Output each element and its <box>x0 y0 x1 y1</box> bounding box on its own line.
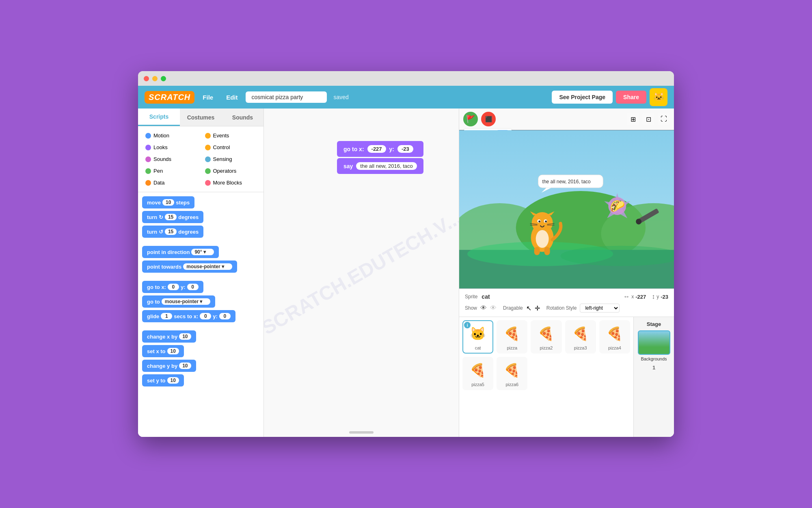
stage-bg-thumbnail[interactable] <box>638 330 670 355</box>
block-change-y[interactable]: change y by 10 <box>142 360 196 372</box>
sprite-card-cat[interactable]: i 🐱 cat <box>462 320 493 354</box>
sprite-label-pizza: pizza <box>507 345 517 350</box>
svg-point-13 <box>538 220 540 222</box>
green-flag-button[interactable]: 🚩 <box>463 112 478 126</box>
block-go-to[interactable]: go to mouse-pointer ▾ <box>142 295 215 308</box>
tab-costumes[interactable]: Costumes <box>180 109 222 126</box>
block-set-x[interactable]: set x to 10 <box>142 345 184 357</box>
drag-arrow-icon[interactable]: ↖ <box>526 304 531 312</box>
minimize-button[interactable] <box>152 76 158 81</box>
sprite-card-pizza4[interactable]: 🍕 pizza4 <box>599 320 630 354</box>
svg-text:🌮: 🌮 <box>610 199 625 213</box>
left-panel: Scripts Costumes Sounds Motion Events Lo… <box>138 109 264 437</box>
script-block-container: go to x: -227 y: -23 say the all new, 20… <box>337 141 423 175</box>
rotation-style-select[interactable]: left-right all-around don't rotate <box>580 304 620 313</box>
x-coord-label: x <box>631 294 634 300</box>
svg-rect-20 <box>544 247 550 255</box>
tab-scripts[interactable]: Scripts <box>138 109 180 126</box>
watermark: SCRATCH.EDUTECH.V... <box>264 206 459 339</box>
close-button[interactable] <box>144 76 149 81</box>
block-point-direction[interactable]: point in direction 90° ▾ <box>142 246 219 258</box>
sprite-label-pizza5: pizza5 <box>471 382 484 387</box>
project-title-input[interactable] <box>246 91 327 103</box>
category-sounds[interactable]: Sounds <box>142 154 200 164</box>
category-data-label: Data <box>153 180 164 186</box>
sprite-label-pizza3: pizza3 <box>574 345 587 350</box>
sprite-card-pizza[interactable]: 🍕 pizza <box>497 320 527 354</box>
y-coord-label: y <box>657 294 659 300</box>
sprite-stage-area: i 🐱 cat 🍕 pizza 🍕 pizza2 <box>459 317 674 437</box>
category-sensing[interactable]: Sensing <box>202 154 260 164</box>
sprite-label-pizza4: pizza4 <box>608 345 621 350</box>
block-point-towards[interactable]: point towards mouse-pointer ▾ <box>142 261 237 273</box>
edit-menu[interactable]: Edit <box>221 91 242 103</box>
svg-point-14 <box>545 220 547 222</box>
block-turn-ccw[interactable]: turn ↺ 15 degrees <box>142 226 203 238</box>
sprite-label-pizza6: pizza6 <box>505 382 518 387</box>
sprite-card-pizza6[interactable]: 🍕 pizza6 <box>497 357 527 390</box>
category-motion[interactable]: Motion <box>142 130 200 141</box>
category-sounds-label: Sounds <box>153 156 171 162</box>
category-sensing-label: Sensing <box>213 156 232 162</box>
sprite-label-cat: cat <box>475 345 481 350</box>
category-events-label: Events <box>213 132 229 139</box>
stage-container: 🚩 ⬛ ⊞ ⊡ ⛶ cat: y position -23 cat: x pos… <box>459 109 674 289</box>
sprite-card-pizza2[interactable]: 🍕 pizza2 <box>531 320 561 354</box>
block-change-x[interactable]: change x by 10 <box>142 330 196 343</box>
script-block-goto[interactable]: go to x: -227 y: -23 <box>337 141 423 157</box>
script-editor[interactable]: SCRATCH.EDUTECH.V... go to x: -227 y: -2… <box>264 109 459 437</box>
category-more-blocks-label: More Blocks <box>213 180 242 186</box>
category-more-blocks[interactable]: More Blocks <box>202 178 260 188</box>
small-stage-button[interactable]: ⊞ <box>627 113 639 125</box>
scroll-indicator <box>349 431 374 434</box>
blocks-list: move 10 steps turn ↻ 15 degrees turn ↺ 1… <box>138 192 263 437</box>
sprite-list: i 🐱 cat 🍕 pizza 🍕 pizza2 <box>459 317 633 437</box>
large-stage-button[interactable]: ⊡ <box>642 113 654 125</box>
fullscreen-stage-button[interactable]: ⛶ <box>658 113 670 125</box>
show-label: Show <box>465 305 477 311</box>
share-button[interactable]: Share <box>616 91 646 104</box>
category-looks[interactable]: Looks <box>142 142 200 152</box>
tab-bar: Scripts Costumes Sounds <box>138 109 263 126</box>
saved-status: saved <box>333 94 348 100</box>
category-control[interactable]: Control <box>202 142 260 152</box>
menubar: SCRATCH File Edit saved See Project Page… <box>138 86 674 109</box>
fullscreen-button[interactable] <box>161 76 166 81</box>
category-events[interactable]: Events <box>202 130 260 141</box>
drag-label: Dragable <box>503 305 523 311</box>
stage-panel: Stage Backgrounds 1 <box>633 317 674 437</box>
block-turn-cw[interactable]: turn ↻ 15 degrees <box>142 211 203 223</box>
stop-button[interactable]: ⬛ <box>481 112 496 126</box>
show-eye-icon[interactable]: 👁 <box>480 304 487 312</box>
sprite-label: Sprite <box>465 294 477 300</box>
block-move[interactable]: move 10 steps <box>142 196 194 208</box>
category-motion-label: Motion <box>153 132 169 139</box>
stage-canvas: 🌮 the all new, 2016, taco <box>459 130 674 289</box>
backgrounds-label: Backgrounds <box>641 356 667 361</box>
script-block-say[interactable]: say the all new, 2016, taco <box>337 158 423 174</box>
drag-crosshair-icon[interactable]: ✛ <box>535 304 540 312</box>
category-operators[interactable]: Operators <box>202 166 260 176</box>
see-project-page-button[interactable]: See Project Page <box>552 91 613 104</box>
stage-panel-title: Stage <box>647 321 661 327</box>
scratch-logo: SCRATCH <box>145 91 194 104</box>
stage-bg-count: 1 <box>652 365 655 371</box>
block-set-y[interactable]: set y to 10 <box>142 374 184 386</box>
category-pen[interactable]: Pen <box>142 166 200 176</box>
sprite-card-pizza3[interactable]: 🍕 pizza3 <box>565 320 596 354</box>
titlebar <box>138 71 674 86</box>
file-menu[interactable]: File <box>198 91 218 103</box>
x-coord-value: -227 <box>635 294 646 300</box>
svg-point-21 <box>536 230 549 248</box>
tab-sounds[interactable]: Sounds <box>222 109 263 126</box>
block-go-to-xy[interactable]: go to x: 0 y: 0 <box>142 281 203 293</box>
block-glide[interactable]: glide 1 secs to x: 0 y: 0 <box>142 310 235 322</box>
avatar[interactable]: 🐱 <box>650 88 667 106</box>
category-looks-label: Looks <box>153 144 168 150</box>
category-operators-label: Operators <box>213 168 237 174</box>
block-categories: Motion Events Looks Control Sounds <box>138 126 263 192</box>
category-data[interactable]: Data <box>142 178 200 188</box>
hide-eye-icon[interactable]: 👁 <box>490 304 497 312</box>
sprite-grid: i 🐱 cat 🍕 pizza 🍕 pizza2 <box>462 320 630 390</box>
sprite-card-pizza5[interactable]: 🍕 pizza5 <box>462 357 493 390</box>
